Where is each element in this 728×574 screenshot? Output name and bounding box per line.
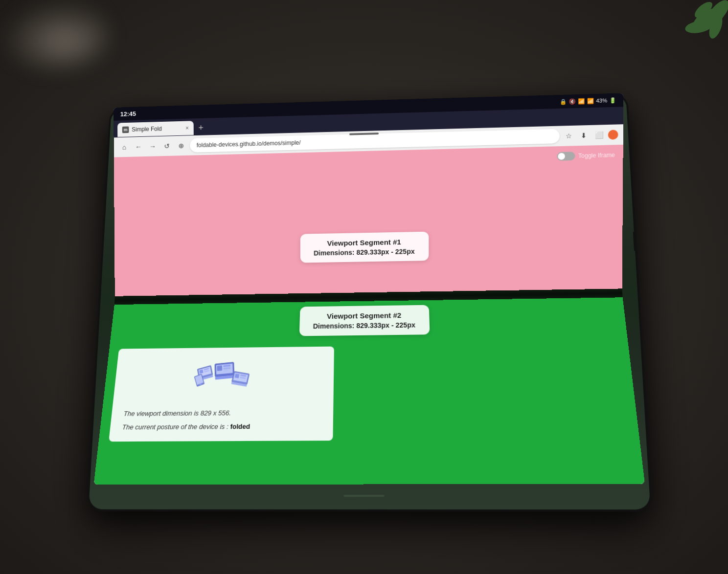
segment2-dimensions: Dimensions: 829.333px - 225px (313, 321, 415, 330)
segment1-title: Viewport Segment #1 (314, 237, 415, 247)
home-indicator (343, 495, 384, 497)
posture-text: The current posture of the device is : f… (122, 422, 321, 431)
new-tab-button[interactable]: + (196, 123, 206, 133)
toggle-iframe-switch[interactable] (557, 152, 575, 161)
back-button[interactable]: ← (133, 141, 144, 153)
tab-close-button[interactable]: × (185, 125, 189, 132)
wifi-icon: 📶 (578, 98, 585, 104)
segment1-info-box: Viewport Segment #1 Dimensions: 829.333p… (300, 231, 429, 263)
status-time: 12:45 (120, 110, 136, 117)
screen-top: 12:45 🔒 🔇 📶 📶 43% 🔋 m (114, 93, 623, 296)
device-info-card: The viewport dimension is 829 x 556. The… (109, 347, 334, 442)
background-object-tl (0, 0, 108, 68)
svg-rect-14 (217, 365, 223, 371)
battery-text: 43% (596, 97, 607, 104)
tab-title: Simple Fold (132, 125, 182, 133)
active-tab[interactable]: m Simple Fold × (117, 121, 194, 137)
viewport-segment-1: Viewport Segment #1 Dimensions: 829.333p… (114, 145, 623, 296)
tab-favicon: m (122, 126, 129, 133)
forward-button[interactable]: → (147, 141, 158, 153)
screen-bottom: Viewport Segment #2 Dimensions: 829.333p… (94, 297, 645, 485)
viewport-segment-2: Viewport Segment #2 Dimensions: 829.333p… (94, 297, 645, 485)
record-button[interactable] (608, 130, 618, 139)
status-icons: 🔒 🔇 📶 📶 43% 🔋 (560, 97, 616, 105)
download-icon[interactable]: ⬇ (578, 130, 590, 141)
bookmark-icon[interactable]: ☆ (563, 130, 575, 142)
device-illustration (125, 355, 322, 402)
home-button[interactable]: ⌂ (118, 141, 130, 153)
device-case: 12:45 🔒 🔇 📶 📶 43% 🔋 m (89, 95, 650, 509)
segment2-info-box: Viewport Segment #2 Dimensions: 829.333p… (299, 305, 430, 336)
tab-grid-icon[interactable]: ⬜ (593, 129, 605, 141)
toggle-iframe-area: Toggle Iframe (557, 151, 615, 161)
foldable-device: 12:45 🔒 🔇 📶 📶 43% 🔋 m (89, 95, 650, 509)
signal-icon: 📶 (587, 98, 594, 104)
posture-value: folded (230, 422, 250, 430)
customize-icon: ⊕ (176, 140, 187, 152)
lock-icon: 🔒 (560, 98, 567, 105)
segment1-dimensions: Dimensions: 829.333px - 225px (314, 247, 415, 257)
refresh-button[interactable]: ↺ (161, 140, 173, 152)
viewport-dimension-text: The viewport dimension is 829 x 556. (123, 407, 321, 419)
segment2-title: Viewport Segment #2 (313, 311, 415, 320)
toggle-knob (558, 153, 565, 160)
toggle-iframe-label: Toggle Iframe (578, 152, 615, 159)
mute-icon: 🔇 (569, 98, 576, 105)
battery-icon: 🔋 (609, 97, 616, 103)
background-plant (640, 0, 728, 73)
posture-label: The current posture of the device is : (122, 422, 228, 431)
